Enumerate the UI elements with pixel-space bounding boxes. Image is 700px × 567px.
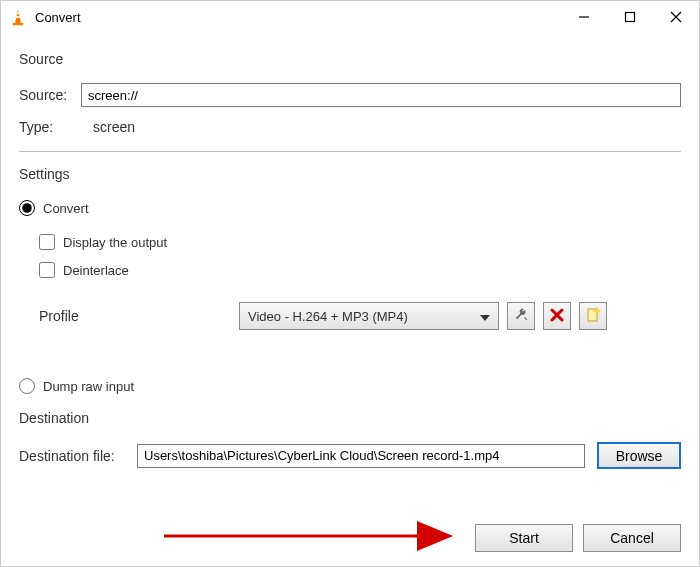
- svg-marker-8: [480, 315, 490, 321]
- maximize-button[interactable]: [607, 1, 653, 33]
- dump-raw-radio[interactable]: [19, 378, 35, 394]
- display-output-label: Display the output: [63, 235, 167, 250]
- type-label: Type:: [19, 119, 81, 135]
- deinterlace-checkbox[interactable]: [39, 262, 55, 278]
- titlebar: Convert: [1, 1, 699, 33]
- start-button[interactable]: Start: [475, 524, 573, 552]
- minimize-button[interactable]: [561, 1, 607, 33]
- source-input[interactable]: [81, 83, 681, 107]
- settings-section-label: Settings: [19, 166, 681, 182]
- wrench-icon: [513, 307, 529, 326]
- svg-rect-5: [626, 13, 635, 22]
- source-label: Source:: [19, 87, 81, 103]
- browse-button[interactable]: Browse: [597, 442, 681, 469]
- type-value: screen: [93, 119, 135, 135]
- destination-section-label: Destination: [19, 410, 681, 426]
- destination-file-input[interactable]: [137, 444, 585, 468]
- profile-selected-value: Video - H.264 + MP3 (MP4): [248, 309, 408, 324]
- new-file-icon: [585, 307, 601, 326]
- delete-profile-button[interactable]: [543, 302, 571, 330]
- close-button[interactable]: [653, 1, 699, 33]
- new-profile-button[interactable]: [579, 302, 607, 330]
- dump-raw-label: Dump raw input: [43, 379, 134, 394]
- convert-radio[interactable]: [19, 200, 35, 216]
- divider: [19, 151, 681, 152]
- svg-rect-9: [524, 316, 527, 319]
- cancel-button[interactable]: Cancel: [583, 524, 681, 552]
- edit-profile-button[interactable]: [507, 302, 535, 330]
- window-title: Convert: [35, 10, 81, 25]
- convert-radio-label: Convert: [43, 201, 89, 216]
- source-section-label: Source: [19, 51, 681, 67]
- chevron-down-icon: [480, 309, 490, 324]
- svg-rect-2: [15, 16, 21, 18]
- profile-dropdown[interactable]: Video - H.264 + MP3 (MP4): [239, 302, 499, 330]
- convert-dialog: Convert Source Source: Type: screen Sett…: [0, 0, 700, 567]
- deinterlace-label: Deinterlace: [63, 263, 129, 278]
- annotation-arrow: [19, 524, 465, 552]
- profile-label: Profile: [39, 308, 239, 324]
- vlc-cone-icon: [9, 8, 27, 26]
- svg-point-14: [595, 308, 599, 312]
- svg-rect-3: [13, 23, 24, 25]
- destination-file-label: Destination file:: [19, 448, 137, 464]
- svg-rect-1: [16, 13, 21, 15]
- display-output-checkbox[interactable]: [39, 234, 55, 250]
- x-delete-icon: [550, 308, 564, 325]
